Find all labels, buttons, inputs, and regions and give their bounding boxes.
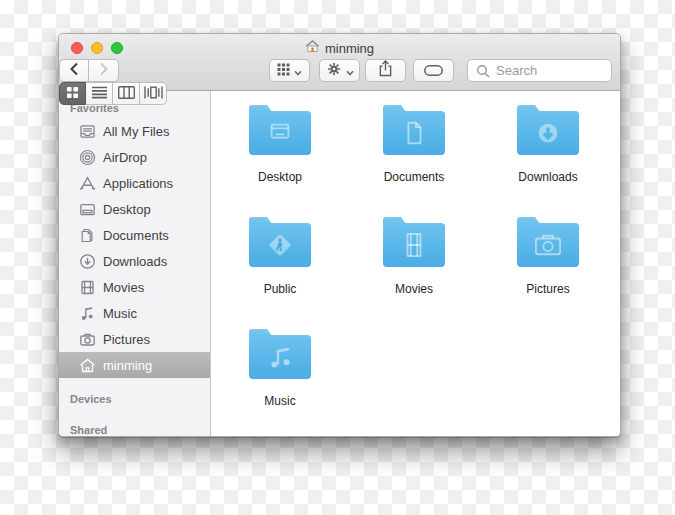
folder-tile-music[interactable]: Music — [213, 327, 347, 437]
shared-section-header: Shared — [59, 421, 210, 437]
folder-icon — [249, 111, 311, 155]
folder-icon — [383, 223, 445, 267]
back-button[interactable] — [59, 59, 89, 82]
sidebar-item-downloads[interactable]: Downloads — [59, 248, 210, 274]
sidebar-item-music[interactable]: Music — [59, 300, 210, 326]
chevron-left-icon — [69, 62, 79, 80]
folder-tile-desktop[interactable]: Desktop — [213, 103, 347, 215]
coverflow-view-icon — [144, 85, 163, 103]
sidebar-item-label: Music — [103, 306, 137, 321]
documents-icon — [78, 226, 96, 244]
folder-tile-pictures[interactable]: Pictures — [481, 215, 615, 327]
folder-name: Documents — [384, 170, 445, 184]
toolbar — [59, 59, 620, 83]
folder-icon — [517, 223, 579, 267]
icon-view-button[interactable] — [59, 82, 86, 105]
action-button[interactable] — [319, 59, 360, 82]
home-icon — [78, 356, 96, 374]
chevron-down-icon — [294, 62, 302, 80]
column-view-button[interactable] — [113, 82, 140, 105]
all-my-files-icon — [78, 122, 96, 140]
sidebar: Favorites All My Files AirDrop Applicati… — [59, 91, 211, 436]
chevron-down-icon — [346, 62, 354, 80]
view-switcher — [59, 82, 620, 105]
column-view-icon — [118, 85, 135, 103]
desktop-icon — [78, 200, 96, 218]
home-icon — [305, 39, 320, 57]
sidebar-item-label: Downloads — [103, 254, 167, 269]
tag-button[interactable] — [413, 59, 454, 82]
sidebar-item-label: minming — [103, 358, 152, 373]
folder-name: Music — [264, 394, 295, 408]
list-view-icon — [92, 85, 107, 103]
search-icon — [476, 64, 490, 82]
sidebar-item-movies[interactable]: Movies — [59, 274, 210, 300]
pictures-folder-glyph — [517, 223, 579, 267]
list-view-button[interactable] — [86, 82, 113, 105]
downloads-folder-glyph — [517, 111, 579, 155]
downloads-icon — [78, 252, 96, 270]
share-icon — [378, 60, 393, 81]
coverflow-view-button[interactable] — [140, 82, 167, 105]
arrange-button[interactable] — [269, 59, 310, 82]
music-icon — [78, 304, 96, 322]
chevron-right-icon — [99, 62, 109, 80]
sidebar-item-label: Documents — [103, 228, 169, 243]
folder-name: Pictures — [526, 282, 569, 296]
folder-name: Downloads — [518, 170, 577, 184]
gear-icon — [326, 61, 342, 81]
folder-name: Public — [264, 282, 297, 296]
airdrop-icon — [78, 148, 96, 166]
desktop-folder-glyph — [249, 111, 311, 155]
sidebar-item-label: AirDrop — [103, 150, 147, 165]
sidebar-item-minming[interactable]: minming — [59, 352, 210, 378]
movies-folder-glyph — [383, 223, 445, 267]
devices-section-header: Devices — [59, 390, 210, 409]
folder-tile-public[interactable]: Public — [213, 215, 347, 327]
transparent-checkerboard-background: { "window": { "title": "minming" }, "too… — [0, 0, 675, 515]
folder-tile-movies[interactable]: Movies — [347, 215, 481, 327]
sidebar-item-desktop[interactable]: Desktop — [59, 196, 210, 222]
sidebar-item-airdrop[interactable]: AirDrop — [59, 144, 210, 170]
applications-icon — [78, 174, 96, 192]
sidebar-item-label: Applications — [103, 176, 173, 191]
sidebar-item-applications[interactable]: Applications — [59, 170, 210, 196]
finder-window: minming — [58, 33, 621, 437]
search-field[interactable] — [467, 59, 612, 82]
titlebar: minming — [59, 39, 620, 57]
sidebar-item-pictures[interactable]: Pictures — [59, 326, 210, 352]
music-folder-glyph — [249, 335, 311, 379]
folder-tile-downloads[interactable]: Downloads — [481, 103, 615, 215]
pictures-icon — [78, 330, 96, 348]
forward-button[interactable] — [89, 59, 119, 82]
folder-name: Desktop — [258, 170, 302, 184]
public-folder-glyph — [249, 223, 311, 267]
arrange-grid-icon — [277, 62, 290, 80]
sidebar-item-label: Pictures — [103, 332, 150, 347]
sidebar-item-all-my-files[interactable]: All My Files — [59, 118, 210, 144]
folder-grid: Desktop Documents Downloads Public — [211, 91, 620, 436]
documents-folder-glyph — [383, 111, 445, 155]
search-input[interactable] — [494, 62, 598, 79]
sidebar-item-documents[interactable]: Documents — [59, 222, 210, 248]
folder-icon — [517, 111, 579, 155]
movies-icon — [78, 278, 96, 296]
share-button[interactable] — [365, 59, 406, 82]
folder-name: Movies — [395, 282, 433, 296]
sidebar-item-label: Desktop — [103, 202, 151, 217]
sidebar-item-label: Movies — [103, 280, 144, 295]
window-header[interactable]: minming — [59, 34, 620, 91]
folder-icon — [249, 335, 311, 379]
folder-icon — [383, 111, 445, 155]
folder-tile-documents[interactable]: Documents — [347, 103, 481, 215]
folder-icon — [249, 223, 311, 267]
icon-view-icon — [66, 85, 79, 103]
window-title: minming — [325, 41, 374, 56]
sidebar-item-label: All My Files — [103, 124, 169, 139]
tag-icon — [424, 62, 443, 80]
